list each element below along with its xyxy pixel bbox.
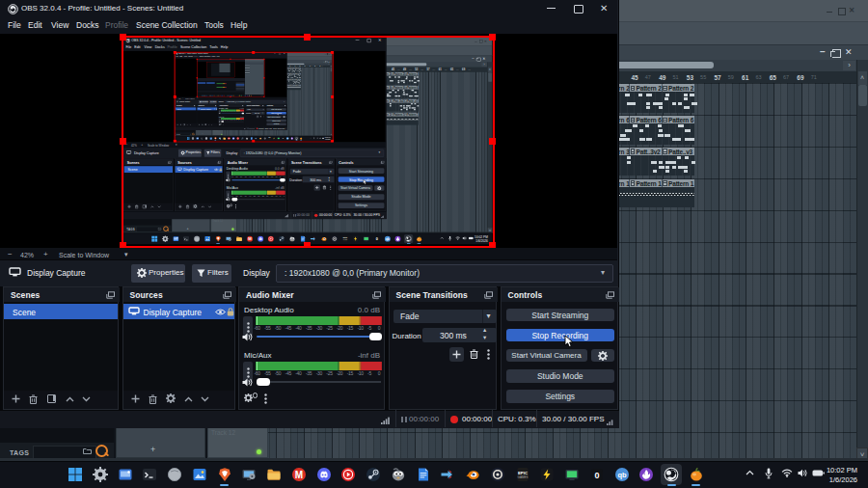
svg-text:0: 0 [594,471,599,480]
svg-text:EPIC: EPIC [517,471,528,475]
svg-text:M: M [295,470,303,480]
svg-text:GAMES: GAMES [517,475,528,479]
svg-text:qb: qb [617,471,627,479]
